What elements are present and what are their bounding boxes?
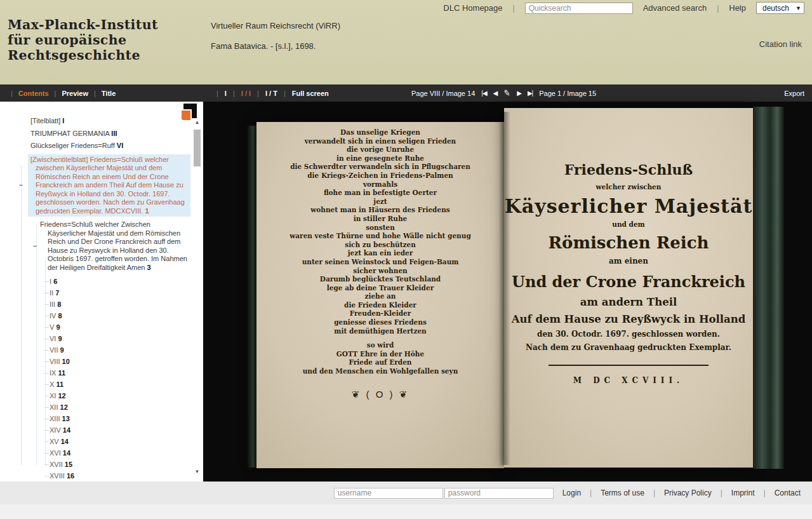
export-button[interactable]: Export	[784, 84, 804, 102]
password-field[interactable]	[444, 488, 554, 499]
imprint-link[interactable]: Imprint	[731, 489, 755, 497]
toc-item[interactable]: X 11	[0, 379, 190, 390]
viewer-tab[interactable]: Preview	[49, 90, 88, 97]
toc-item[interactable]: XIV 14	[0, 424, 190, 436]
dlc-homepage-link[interactable]: DLC Homepage	[443, 3, 502, 13]
project-title: Virtueller Raum Reichsrecht (ViRR)	[211, 21, 340, 30]
toc-item[interactable]: VIII 10	[0, 356, 190, 367]
book-left-edge	[248, 126, 256, 468]
toc-item[interactable]: IX 11	[0, 367, 190, 379]
toc-item-page: 11	[58, 369, 65, 377]
collapse-toggle[interactable]: −	[18, 181, 24, 190]
toc-item-page: 11	[56, 381, 63, 388]
toc-item-label: IV	[50, 312, 56, 320]
toc-item[interactable]: II 7	[0, 287, 190, 299]
toc-item-label: XII	[50, 403, 58, 411]
book-page-right[interactable]: Friedens-Schlußwelcher zwischenKäyserlic…	[504, 108, 753, 468]
previous-page-icon[interactable]: ◀	[493, 90, 498, 97]
terms-of-use-link[interactable]: Terms of use	[601, 489, 644, 497]
toc-item[interactable]: XVI 14	[0, 447, 190, 459]
toc-item-page: 12	[58, 392, 65, 400]
toc-item-label: VII	[50, 346, 58, 354]
toc-item[interactable]: XVII 15	[0, 459, 190, 470]
login-button[interactable]: Login	[562, 489, 581, 497]
toc-item[interactable]: − [Zwischentitelblatt] Friedens=Schluß w…	[28, 154, 190, 217]
toc-item[interactable]: Glückseliger Friedens=Ruff VI	[0, 142, 190, 151]
book-text-line: sonsten	[256, 224, 504, 233]
zoom-mode-button[interactable]: Full screen	[277, 90, 329, 97]
zoom-mode-button[interactable]: I	[210, 90, 227, 97]
toc-item[interactable]: III 8	[0, 299, 190, 310]
zoom-mode-button[interactable]: I / I	[227, 90, 251, 97]
zoom-mode-button[interactable]: I / T	[251, 90, 277, 97]
toc-item[interactable]: − Friedens=Schluß welcher Zwischen Käyse…	[0, 220, 190, 272]
last-page-icon[interactable]: ▶|	[528, 90, 533, 97]
advanced-search-link[interactable]: Advanced search	[643, 3, 707, 13]
toc-item-page: III	[111, 130, 117, 137]
book-page-left[interactable]: Das unselige Kriegenverwandelt sich in e…	[256, 122, 504, 468]
book-text-line: sicher wohnen	[256, 267, 504, 276]
username-field[interactable]	[334, 488, 443, 499]
footer-divider: |	[764, 489, 766, 497]
book-text-line: unter seinen Weinstock und Feigen-Baum	[256, 258, 504, 267]
book-text-line: GOTT Ehre in der Höhe	[256, 350, 504, 359]
toc-item-page: 10	[62, 358, 70, 365]
toc-item[interactable]: XIII 13	[0, 413, 190, 424]
table-of-contents: [Titelblatt] I TRIUMPHAT GERMANIA III Gl…	[0, 117, 190, 482]
book-text-line: die vorige Unruhe	[256, 145, 504, 154]
book-text-line: Friede auf Erden	[256, 358, 504, 367]
goto-page-pencil-icon[interactable]: ✎	[503, 88, 511, 98]
toc-item[interactable]: XI 12	[0, 390, 190, 401]
book-text-line: mit demüthigen Hertzen	[256, 327, 504, 336]
book-text-line: flohe man in befestigte Oerter	[256, 189, 504, 198]
quicksearch-input[interactable]	[525, 3, 633, 14]
scrollbar-thumb[interactable]	[194, 130, 201, 166]
scroll-up-icon[interactable]: ▲	[192, 119, 202, 127]
left-page-text: Das unselige Kriegenverwandelt sich in e…	[256, 122, 504, 376]
toc-item[interactable]: VII 9	[0, 344, 190, 356]
toc-item[interactable]: [Titelblatt] I	[0, 117, 190, 126]
toc-item-label: V	[50, 323, 54, 331]
toc-item[interactable]: V 9	[0, 321, 190, 333]
institute-line: für europäische	[8, 32, 158, 48]
toc-item[interactable]: IV 8	[0, 310, 190, 321]
viewer-tab[interactable]: Contents	[5, 90, 49, 97]
sidebar-scrollbar: ▲ ▼	[192, 119, 202, 476]
toc-item-page: 9	[56, 323, 60, 331]
toc-item-page: 9	[58, 335, 62, 342]
scroll-down-icon[interactable]: ▼	[192, 469, 202, 476]
book-title-line: Auf dem Hause zu Reyßwyck in Holland	[504, 313, 753, 325]
toc-item[interactable]: XII 12	[0, 401, 190, 413]
citation-link[interactable]: Citation link	[759, 39, 802, 49]
toc-item[interactable]: TRIUMPHAT GERMANIA III	[0, 130, 190, 138]
help-link[interactable]: Help	[729, 3, 746, 13]
toc-item-page: 6	[53, 278, 57, 285]
toc-item-label: XIII	[50, 415, 60, 422]
toc-item-page: VI	[117, 142, 123, 149]
toc-item-label: XVII	[50, 461, 63, 468]
book-title-line: Römischen Reich	[504, 233, 753, 252]
toc-item-label: XVI	[50, 449, 61, 457]
institute-line: Rechtsgeschichte	[8, 48, 158, 63]
privacy-policy-link[interactable]: Privacy Policy	[664, 489, 712, 497]
next-page-icon[interactable]: ▶	[517, 90, 521, 97]
viewer-tab[interactable]: Title	[88, 90, 116, 97]
toc-item-label: Friedens=Schluß welcher Zwischen Käyserl…	[40, 220, 187, 271]
toc-item-label: IX	[50, 369, 56, 377]
toc-item-label: III	[50, 300, 55, 308]
language-select[interactable]: deutsch ▼	[756, 2, 804, 14]
toc-item[interactable]: I 6	[0, 276, 190, 287]
institute-logo: Max-Planck-Institut für europäische Rech…	[8, 17, 158, 63]
toc-item[interactable]: XV 14	[0, 436, 190, 447]
toc-item[interactable]: XVIII 16	[0, 470, 190, 482]
toc-item[interactable]: VI 9	[0, 333, 190, 344]
book-title-line: den 30. Octodr. 1697. geschlossen worden…	[504, 330, 753, 339]
toc-item-label: Glückseliger Friedens=Ruff	[30, 142, 115, 149]
contact-link[interactable]: Contact	[775, 489, 801, 497]
first-page-icon[interactable]: |◀	[481, 90, 486, 97]
book-text-line: und den Menschen ein Wohlgefallen seyn	[256, 367, 504, 376]
collapse-toggle[interactable]: −	[32, 242, 38, 251]
book-binding	[753, 107, 784, 469]
toc-item-label: II	[50, 289, 53, 297]
book-text-line: in eine gesegnete Ruhe	[256, 154, 504, 163]
